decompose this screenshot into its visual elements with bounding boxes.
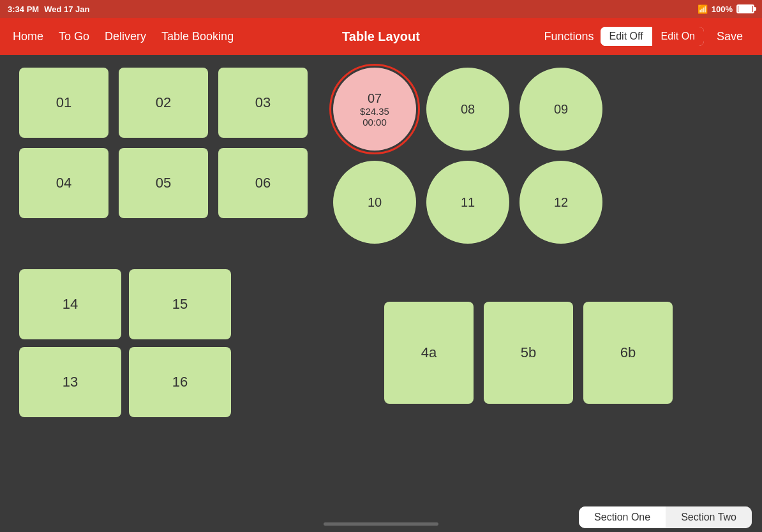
square-row-1: 01 02 03: [19, 68, 308, 138]
bottom-left-section: 14 15 13 16: [19, 269, 231, 417]
bottom-bar: Section One Section Two: [0, 504, 762, 532]
table-10[interactable]: 10: [333, 161, 416, 244]
square-row-2: 04 05 06: [19, 148, 308, 218]
table-6b[interactable]: 6b: [583, 302, 673, 404]
status-bar-right: 📶 100%: [698, 4, 754, 14]
page-title: Table Layout: [342, 29, 420, 44]
main-content: 01 02 03 04 05 06 07 $24.35 00:00 08: [0, 55, 762, 504]
section-one-tab[interactable]: Section One: [579, 506, 666, 528]
edit-on-button[interactable]: Edit On: [652, 27, 704, 46]
table-03[interactable]: 03: [218, 68, 308, 138]
table-01[interactable]: 01: [19, 68, 108, 138]
functions-label: Functions: [544, 30, 594, 43]
bottom-square-grid: 14 15 13 16: [19, 269, 231, 417]
bottom-tables: 14 15 13 16 4a 5b 6b: [19, 269, 743, 417]
bottom-right-section: 4a 5b 6b: [384, 288, 673, 417]
table-13[interactable]: 13: [19, 347, 121, 417]
table-5b[interactable]: 5b: [484, 302, 573, 404]
scroll-indicator: [324, 522, 438, 526]
square-tables-section: 01 02 03 04 05 06: [19, 68, 308, 244]
table-11[interactable]: 11: [426, 161, 509, 244]
table-15[interactable]: 15: [129, 269, 231, 339]
date: Wed 17 Jan: [44, 4, 89, 14]
nav-bar: Home To Go Delivery Table Booking Table …: [0, 18, 762, 55]
nav-table-booking[interactable]: Table Booking: [161, 30, 234, 43]
table-12[interactable]: 12: [519, 161, 602, 244]
table-04[interactable]: 04: [19, 148, 108, 218]
nav-right: Functions Edit Off Edit On Save: [544, 26, 750, 47]
table-08[interactable]: 08: [426, 68, 509, 151]
nav-links: Home To Go Delivery Table Booking: [13, 30, 234, 43]
table-09[interactable]: 09: [519, 68, 602, 151]
battery-label: 100%: [712, 4, 733, 14]
table-07[interactable]: 07 $24.35 00:00: [333, 68, 416, 151]
status-bar: 3:34 PM Wed 17 Jan 📶 100%: [0, 0, 762, 18]
save-button[interactable]: Save: [710, 26, 749, 47]
nav-delivery[interactable]: Delivery: [105, 30, 146, 43]
time: 3:34 PM: [8, 4, 39, 14]
nav-to-go[interactable]: To Go: [59, 30, 89, 43]
table-05[interactable]: 05: [119, 148, 208, 218]
table-02[interactable]: 02: [119, 68, 208, 138]
table-4a[interactable]: 4a: [384, 302, 474, 404]
table-layout: 01 02 03 04 05 06 07 $24.35 00:00 08: [19, 68, 743, 244]
table-16[interactable]: 16: [129, 347, 231, 417]
table-06[interactable]: 06: [218, 148, 308, 218]
wifi-icon: 📶: [698, 4, 708, 14]
battery-icon: [736, 4, 754, 13]
table-14[interactable]: 14: [19, 269, 121, 339]
edit-button-group: Edit Off Edit On: [601, 27, 704, 46]
status-bar-left: 3:34 PM Wed 17 Jan: [8, 4, 89, 14]
nav-home[interactable]: Home: [13, 30, 43, 43]
round-tables-section: 07 $24.35 00:00 08 09 10 11: [333, 68, 602, 244]
circle-row-2: 10 11 12: [333, 161, 602, 244]
circle-row-1: 07 $24.35 00:00 08 09: [333, 68, 602, 151]
section-two-tab[interactable]: Section Two: [666, 506, 752, 528]
section-tabs: Section One Section Two: [579, 506, 752, 528]
edit-off-button[interactable]: Edit Off: [601, 27, 652, 46]
